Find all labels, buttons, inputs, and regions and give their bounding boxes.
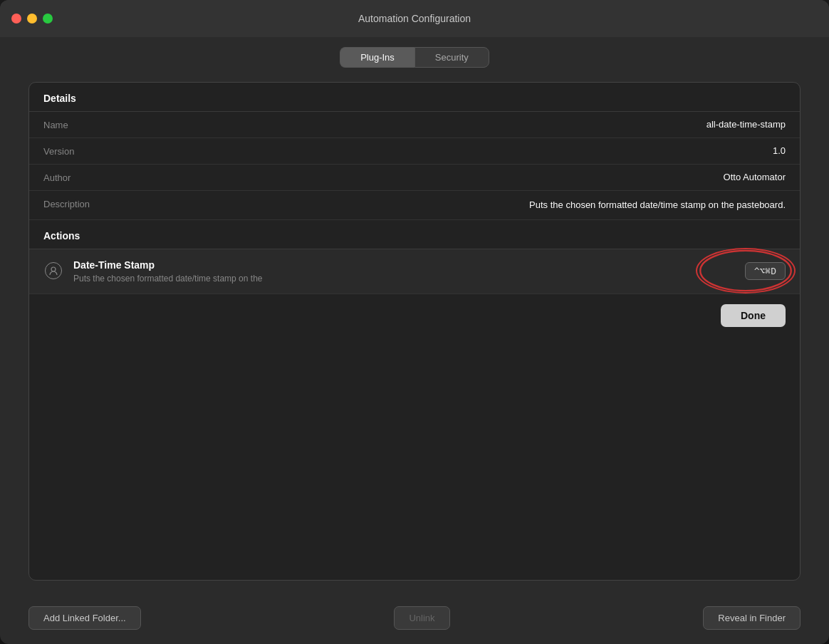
label-name: Name [43, 119, 172, 130]
details-panel: Details Name all-date-time-stamp Version… [28, 82, 801, 581]
value-version: 1.0 [172, 145, 786, 156]
done-button[interactable]: Done [721, 304, 786, 327]
minimize-button[interactable] [27, 14, 37, 24]
value-author: Otto Automator [172, 172, 786, 182]
svg-point-0 [51, 267, 56, 271]
actions-header: Actions [29, 220, 800, 249]
done-row: Done [29, 294, 800, 337]
actions-section: Actions Date-Time Stamp Puts the chosen … [29, 220, 800, 581]
tab-bar: Plug-Ins Security [0, 37, 829, 75]
action-description: Puts the chosen formatted date/time stam… [73, 274, 735, 284]
action-icon [45, 262, 62, 279]
value-name: all-date-time-stamp [172, 119, 786, 130]
maximize-button[interactable] [43, 14, 53, 24]
action-body: Date-Time Stamp Puts the chosen formatte… [73, 259, 735, 284]
action-title: Date-Time Stamp [73, 259, 735, 271]
detail-row-version: Version 1.0 [29, 138, 800, 165]
window-title: Automation Configuration [358, 13, 471, 24]
detail-row-description: Description Puts the chosen formatted da… [29, 191, 800, 220]
title-bar: Automation Configuration [0, 0, 829, 37]
label-author: Author [43, 172, 172, 183]
window: Automation Configuration Plug-Ins Securi… [0, 0, 829, 644]
bottom-bar: Add Linked Folder... Unlink Reveal in Fi… [0, 595, 829, 644]
main-content: Details Name all-date-time-stamp Version… [0, 75, 829, 595]
detail-row-author: Author Otto Automator [29, 165, 800, 191]
action-item: Date-Time Stamp Puts the chosen formatte… [29, 249, 800, 294]
value-description: Puts the chosen formatted date/time stam… [172, 198, 786, 212]
unlink-button[interactable]: Unlink [394, 606, 449, 630]
reveal-in-finder-button[interactable]: Reveal in Finder [703, 606, 801, 630]
label-version: Version [43, 145, 172, 157]
detail-row-name: Name all-date-time-stamp [29, 112, 800, 138]
details-header: Details [29, 83, 800, 112]
action-shortcut-wrap: ^⌥⌘D [745, 262, 786, 280]
add-linked-folder-button[interactable]: Add Linked Folder... [28, 606, 141, 630]
traffic-lights [11, 14, 53, 24]
tab-security[interactable]: Security [414, 47, 489, 68]
details-section: Details Name all-date-time-stamp Version… [29, 83, 800, 220]
action-icon-wrap [43, 261, 63, 281]
label-description: Description [43, 198, 172, 209]
close-button[interactable] [11, 14, 21, 24]
shortcut-badge[interactable]: ^⌥⌘D [745, 262, 786, 280]
tab-plugins[interactable]: Plug-Ins [340, 47, 414, 68]
